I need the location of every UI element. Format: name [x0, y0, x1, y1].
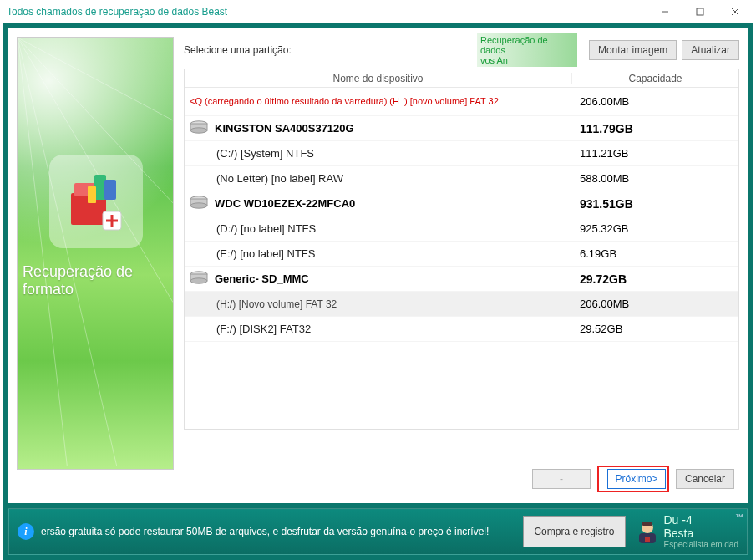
row-name: (No Letter) [no label] RAW	[185, 172, 571, 185]
brand-line3: Especialista em dad	[664, 540, 739, 549]
next-highlight: Próximo>	[597, 466, 669, 492]
row-capacity: 931.51GB	[571, 197, 738, 211]
scan-status-text: <Q (carregando o último resultado da var…	[185, 94, 571, 109]
partition-row[interactable]: (H:/) [Novo volume] FAT 32206.00MB	[185, 292, 738, 317]
svg-point-25	[190, 278, 207, 283]
left-card: Recuperação de formato	[17, 37, 174, 470]
row-name-text: (C:/) [System] NTFS	[216, 147, 314, 160]
row-name: (E:/) [no label] NTFS	[185, 247, 571, 260]
partition-row[interactable]: (D:/) [no label] NTFS925.32GB	[185, 216, 738, 242]
row-name-text: Generic- SD_MMC	[215, 272, 309, 285]
row-capacity: 588.00MB	[571, 172, 738, 185]
status-hint-l2: vos An	[480, 55, 574, 65]
back-button[interactable]: -	[532, 469, 591, 489]
right-content: Selecione uma partição: Recuperação de d…	[184, 37, 739, 495]
window-title: Todos chamados de recuperação de dados B…	[3, 6, 227, 18]
select-partition-label: Selecione uma partição:	[184, 44, 292, 56]
partition-row[interactable]: (C:/) [System] NTFS111.21GB	[185, 141, 738, 166]
rays-decoration	[18, 38, 173, 466]
svg-rect-11	[94, 175, 106, 200]
brand-block: Du -4 Besta Especialista em dad	[634, 514, 739, 549]
svg-rect-28	[642, 522, 652, 526]
row-name: WDC WD10EZEX-22MFCA0	[185, 196, 571, 211]
brand-line2: Besta	[664, 527, 739, 540]
titlebar: Todos chamados de recuperação de dados B…	[0, 0, 756, 23]
table-header: Nome do dispositivo Capacidade	[185, 69, 738, 88]
info-icon: i	[18, 523, 34, 540]
svg-point-22	[190, 203, 207, 208]
close-button[interactable]	[718, 1, 753, 23]
row-capacity: 29.72GB	[571, 272, 738, 286]
disk-icon	[190, 271, 215, 287]
disk-icon	[190, 196, 215, 211]
svg-line-4	[18, 38, 173, 120]
row-name: (H:/) [Novo volume] FAT 32	[185, 298, 571, 310]
maximize-button[interactable]	[682, 1, 718, 23]
svg-rect-1	[697, 8, 703, 15]
row-name-text: (D:/) [no label] NTFS	[216, 222, 316, 235]
col-device: Nome do dispositivo	[185, 73, 571, 84]
brand-line1: Du -4	[664, 514, 739, 527]
cancel-button[interactable]: Cancelar	[676, 469, 734, 489]
scan-status-row[interactable]: <Q (carregando o último resultado da var…	[185, 88, 738, 116]
trademark: ™	[735, 512, 743, 522]
row-name: Generic- SD_MMC	[185, 271, 571, 287]
minimize-button[interactable]	[647, 1, 682, 23]
row-name: (F:/) [DISK2] FAT32	[185, 323, 571, 335]
row-name-text: (No Letter) [no label] RAW	[216, 172, 343, 185]
disk-row[interactable]: Generic- SD_MMC29.72GB	[185, 267, 738, 292]
row-capacity: 111.21GB	[571, 147, 738, 160]
row-name-text: (H:/) [Novo volume] FAT 32	[216, 298, 337, 310]
status-hint: Recuperação de dados vos An	[477, 33, 577, 67]
svg-rect-29	[645, 537, 650, 542]
status-hint-l1: Recuperação de dados	[480, 35, 574, 55]
row-name: (D:/) [no label] NTFS	[185, 222, 571, 235]
main-panel: Recuperação de formato Selecione uma par…	[8, 28, 748, 503]
partition-table: Nome do dispositivo Capacidade <Q (carre…	[184, 69, 739, 430]
footer-bar: i ersão gratuita só pode restaurar 50MB …	[8, 508, 748, 555]
mode-caption: Recuperação de formato	[23, 263, 168, 298]
footer-message: ersão gratuita só pode restaurar 50MB de…	[41, 526, 489, 537]
buy-register-button[interactable]: Compra e registro	[523, 516, 625, 547]
partition-row[interactable]: (E:/) [no label] NTFS6.19GB	[185, 242, 738, 267]
partition-row[interactable]: (No Letter) [no label] RAW588.00MB	[185, 166, 738, 191]
row-name: KINGSTON SA400S37120G	[185, 120, 571, 136]
app-mode-icon	[49, 155, 143, 248]
top-row: Selecione uma partição: Recuperação de d…	[184, 37, 739, 64]
disk-row[interactable]: WDC WD10EZEX-22MFCA0931.51GB	[185, 191, 738, 216]
svg-line-7	[18, 38, 117, 466]
partition-row[interactable]: (F:/) [DISK2] FAT3229.52GB	[185, 317, 738, 342]
disk-row[interactable]: KINGSTON SA400S37120G111.79GB	[185, 116, 738, 141]
row-name-text: KINGSTON SA400S37120G	[215, 122, 354, 135]
row-name: (C:/) [System] NTFS	[185, 147, 571, 160]
row-capacity: 111.79GB	[571, 122, 738, 135]
col-capacity: Capacidade	[571, 73, 738, 84]
brand-avatar-icon	[634, 518, 661, 545]
mount-image-button[interactable]: Montar imagem	[589, 40, 677, 60]
row-name-text: (F:/) [DISK2] FAT32	[216, 323, 311, 335]
wizard-buttons: - Próximo> Cancelar	[184, 463, 739, 495]
row-capacity: 6.19GB	[571, 247, 738, 260]
svg-line-8	[18, 38, 67, 466]
next-button[interactable]: Próximo>	[607, 469, 666, 489]
svg-rect-12	[104, 180, 116, 200]
scan-status-cap: 206.00MB	[571, 95, 738, 108]
svg-rect-13	[88, 186, 96, 203]
disk-icon	[190, 120, 215, 136]
svg-point-19	[190, 128, 207, 133]
row-capacity: 206.00MB	[571, 298, 738, 310]
row-capacity: 29.52GB	[571, 323, 738, 335]
row-name-text: (E:/) [no label] NTFS	[216, 247, 315, 260]
app-frame: Recuperação de formato Selecione uma par…	[3, 23, 753, 560]
window-controls	[647, 1, 753, 23]
refresh-button[interactable]: Atualizar	[682, 40, 739, 60]
brand-text: Du -4 Besta Especialista em dad	[664, 514, 739, 549]
row-name-text: WDC WD10EZEX-22MFCA0	[215, 197, 355, 210]
row-capacity: 925.32GB	[571, 222, 738, 235]
